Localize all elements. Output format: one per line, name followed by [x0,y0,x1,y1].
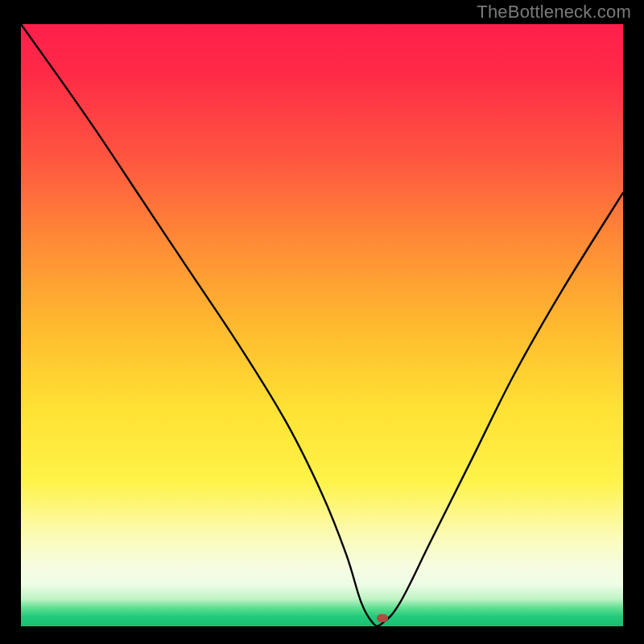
minimum-marker [377,614,388,622]
chart-frame: TheBottleneck.com [0,0,644,644]
plot-area [21,24,623,626]
curve-path [21,24,623,626]
curve-svg [21,24,623,626]
watermark-text: TheBottleneck.com [477,2,631,23]
